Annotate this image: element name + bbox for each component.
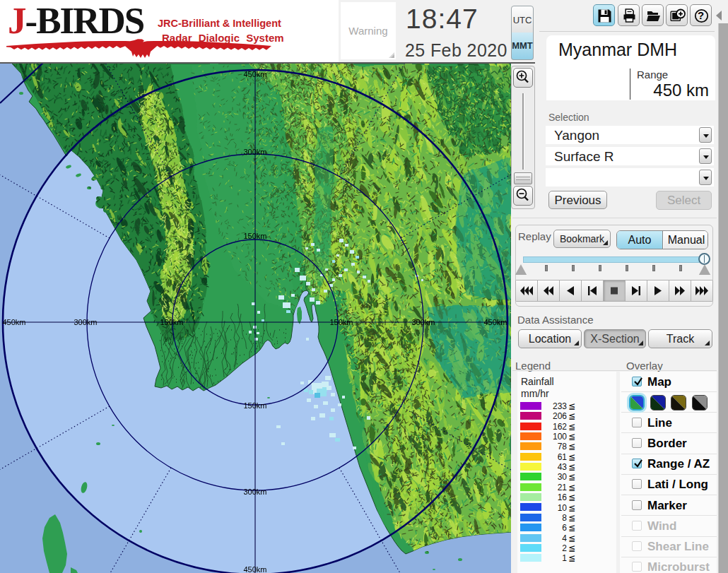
svg-text:450km: 450km — [483, 318, 507, 326]
svg-text:300km: 300km — [74, 318, 97, 326]
svg-text:150km: 150km — [243, 232, 266, 240]
svg-text:300km: 300km — [411, 318, 435, 326]
svg-text:300km: 300km — [243, 488, 266, 496]
svg-text:150km: 150km — [160, 318, 183, 326]
svg-text:150km: 150km — [243, 401, 266, 410]
svg-text:450km: 450km — [243, 70, 266, 78]
svg-text:450km: 450km — [243, 565, 266, 573]
svg-text:150km: 150km — [329, 318, 353, 326]
svg-text:450km: 450km — [2, 318, 25, 326]
svg-text:300km: 300km — [243, 148, 266, 156]
